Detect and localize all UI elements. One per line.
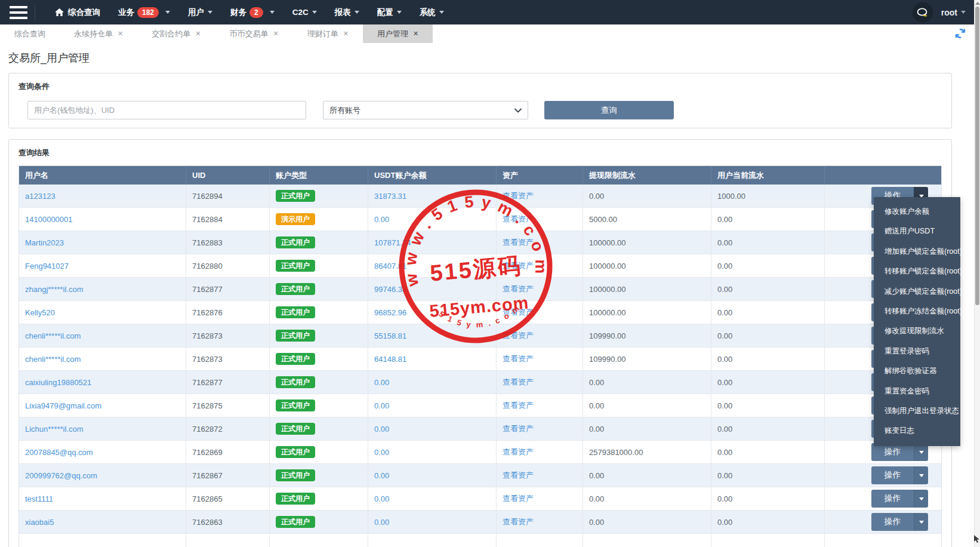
- view-assets-link[interactable]: 查看资产: [503, 493, 534, 504]
- nav-item-8[interactable]: 系统: [411, 0, 453, 24]
- balance-link[interactable]: 0.00: [374, 378, 389, 387]
- action-dropdown-toggle[interactable]: [914, 466, 928, 484]
- tab-3[interactable]: 交割合约单✕: [137, 24, 215, 43]
- nav-item-4[interactable]: 财务2: [221, 0, 283, 24]
- balance-link[interactable]: 0.00: [374, 215, 389, 224]
- username-link[interactable]: Kelly520: [25, 308, 55, 317]
- tab-1[interactable]: 综合查询: [0, 24, 60, 43]
- account-type-cell: 正式用户: [270, 185, 368, 207]
- view-assets-link[interactable]: 查看资产: [503, 423, 534, 434]
- username-link[interactable]: a123123: [25, 192, 56, 201]
- balance-link[interactable]: 107871.74: [374, 238, 411, 247]
- nav-item-1[interactable]: 综合查询: [46, 0, 109, 24]
- tab-6[interactable]: 用户管理✕: [363, 24, 433, 43]
- tab-4[interactable]: 币币交易单✕: [215, 24, 292, 43]
- account-type-select[interactable]: 所有账号: [323, 101, 528, 119]
- action-split-button[interactable]: 操作: [871, 466, 928, 484]
- username-link[interactable]: Lichun*****il.com: [25, 425, 84, 434]
- close-icon[interactable]: ✕: [343, 30, 349, 38]
- table-body: a1231237162894正式用户31873.31查看资产0.001000.0…: [19, 185, 941, 547]
- action-menu-item-10[interactable]: 重置资金密码: [874, 382, 960, 401]
- action-menu-item-11[interactable]: 强制用户退出登录状态: [874, 401, 960, 421]
- close-icon[interactable]: ✕: [273, 30, 278, 38]
- view-assets-link[interactable]: 查看资产: [503, 354, 534, 364]
- balance-link[interactable]: 0.00: [374, 494, 389, 503]
- view-assets-link[interactable]: 查看资产: [503, 190, 534, 201]
- action-menu-item-4[interactable]: 转移账户锁定金额(root): [874, 262, 960, 281]
- action-split-button[interactable]: 操作: [871, 490, 928, 508]
- action-dropdown-toggle[interactable]: [914, 490, 928, 508]
- username-link[interactable]: 200999762@qq.com: [25, 471, 97, 480]
- withdraw-limit-cell: 0.00: [583, 185, 711, 207]
- view-assets-link[interactable]: 查看资产: [503, 447, 534, 457]
- action-split-button[interactable]: 操作: [871, 513, 928, 531]
- messages-button[interactable]: [913, 2, 933, 23]
- scrollbar-thumb[interactable]: [975, 7, 979, 305]
- username-link[interactable]: Martin2023: [25, 238, 64, 247]
- username-link[interactable]: chenli*****il.com: [25, 355, 81, 364]
- close-icon[interactable]: ✕: [195, 30, 201, 38]
- action-menu-item-6[interactable]: 转移账户冻结金额(root): [874, 302, 960, 321]
- view-assets-link[interactable]: 查看资产: [503, 377, 534, 388]
- view-assets-link[interactable]: 查看资产: [503, 307, 534, 318]
- username-link[interactable]: chenli*****il.com: [25, 331, 81, 340]
- scrollbar-up-arrow[interactable]: [975, 2, 980, 5]
- action-button[interactable]: 操作: [871, 513, 914, 531]
- balance-link[interactable]: 0.00: [374, 401, 389, 410]
- balance-cell: 0.00: [368, 394, 497, 417]
- balance-link[interactable]: 55158.81: [374, 331, 406, 340]
- balance-link[interactable]: 0.00: [374, 448, 389, 457]
- nav-item-6[interactable]: 报表: [326, 0, 368, 24]
- refresh-button[interactable]: [954, 27, 967, 40]
- action-button[interactable]: 操作: [871, 466, 914, 484]
- search-button[interactable]: 查询: [544, 101, 674, 119]
- action-menu-item-7[interactable]: 修改提现限制流水: [874, 321, 960, 341]
- username-link[interactable]: 20078845@qq.com: [25, 448, 93, 457]
- balance-link[interactable]: 0.00: [374, 518, 389, 527]
- view-assets-link[interactable]: 查看资产: [503, 517, 534, 527]
- action-menu-item-5[interactable]: 减少账户锁定金额(root): [874, 282, 960, 302]
- action-dropdown-toggle[interactable]: [914, 513, 928, 531]
- username-link[interactable]: xiaobai5: [25, 518, 54, 527]
- username-link[interactable]: zhangj*****il.com: [25, 285, 84, 294]
- balance-link[interactable]: 0.00: [374, 471, 389, 480]
- view-assets-link[interactable]: 查看资产: [503, 260, 534, 271]
- balance-link[interactable]: 96852.96: [374, 308, 406, 317]
- search-input[interactable]: [27, 101, 306, 119]
- close-icon[interactable]: ✕: [118, 30, 123, 38]
- withdraw-limit-cell: 100000.00: [583, 231, 711, 254]
- vertical-scrollbar[interactable]: [974, 0, 980, 547]
- action-menu-item-2[interactable]: 赠送用户USDT: [874, 222, 960, 241]
- view-assets-link[interactable]: 查看资产: [503, 237, 534, 248]
- view-assets-link[interactable]: 查看资产: [503, 470, 534, 481]
- action-menu-item-1[interactable]: 修改账户余额: [874, 202, 960, 222]
- balance-link[interactable]: 64148.81: [374, 355, 406, 364]
- tab-5[interactable]: 理财订单✕: [293, 24, 363, 43]
- nav-item-2[interactable]: 业务182: [109, 0, 179, 24]
- action-menu-item-9[interactable]: 解绑谷歌验证器: [874, 361, 960, 381]
- view-assets-link[interactable]: 查看资产: [503, 400, 534, 411]
- view-assets-link[interactable]: 查看资产: [503, 330, 534, 341]
- username-link[interactable]: test1111: [25, 494, 53, 503]
- balance-link[interactable]: 86407.81: [374, 262, 406, 271]
- balance-link[interactable]: 31873.31: [374, 192, 406, 201]
- user-menu[interactable]: root: [941, 8, 966, 17]
- action-button[interactable]: 操作: [871, 490, 914, 508]
- tab-2[interactable]: 永续持仓单✕: [60, 24, 137, 43]
- action-menu-item-12[interactable]: 账变日志: [874, 421, 960, 441]
- nav-item-5[interactable]: C2C: [283, 0, 326, 24]
- hamburger-menu-icon[interactable]: [10, 6, 27, 19]
- view-assets-link[interactable]: 查看资产: [503, 284, 534, 294]
- view-assets-link[interactable]: 查看资产: [503, 214, 534, 225]
- action-menu-item-3[interactable]: 增加账户锁定金额(root): [874, 242, 960, 262]
- username-link[interactable]: Lixia9479@gmail.com: [25, 401, 101, 410]
- close-icon[interactable]: ✕: [413, 30, 418, 38]
- username-link[interactable]: Feng941027: [25, 262, 69, 271]
- balance-link[interactable]: 99746.38: [374, 285, 406, 294]
- username-link[interactable]: caixiuling19880521: [25, 378, 91, 387]
- username-link[interactable]: 14100000001: [25, 215, 73, 224]
- action-menu-item-8[interactable]: 重置登录密码: [874, 342, 960, 361]
- nav-item-7[interactable]: 配置: [368, 0, 411, 24]
- balance-link[interactable]: 0.00: [374, 425, 389, 434]
- nav-item-3[interactable]: 用户: [179, 0, 221, 24]
